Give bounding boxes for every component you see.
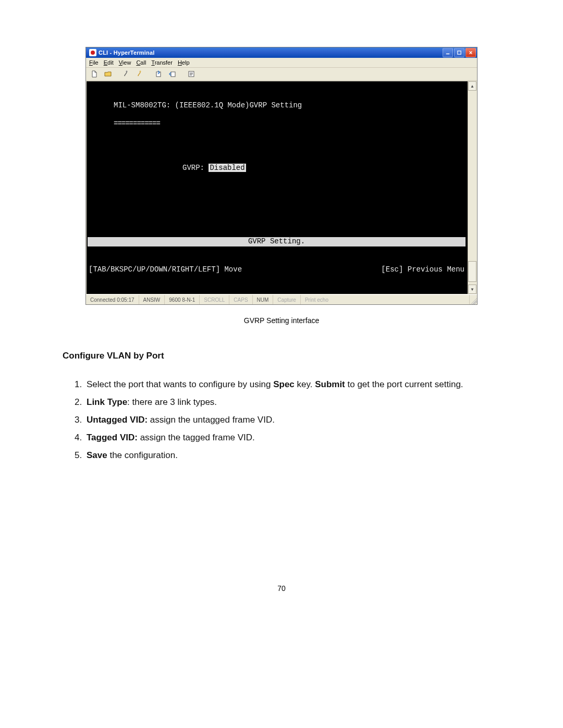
status-caps: CAPS <box>229 295 252 304</box>
disconnect-icon[interactable] <box>135 69 145 79</box>
gvrp-label: GVRP: <box>182 164 209 172</box>
document-page: CLI - HyperTerminal File Edit View Call … <box>0 0 563 613</box>
page-number: 70 <box>63 584 500 593</box>
status-num: NUM <box>253 295 274 304</box>
menu-help[interactable]: Help <box>178 59 190 66</box>
figure-caption: GVRP Setting interface <box>63 316 500 325</box>
section-heading: Configure VLAN by Port <box>63 351 500 361</box>
status-scroll: SCROLL <box>200 295 229 304</box>
help-right: [Esc] Previous Menu <box>381 265 464 275</box>
app-icon <box>89 49 96 56</box>
send-icon[interactable] <box>154 69 164 79</box>
svg-rect-6 <box>171 72 175 77</box>
menu-view[interactable]: View <box>119 59 131 66</box>
help-left: [TAB/BKSPC/UP/DOWN/RIGHT/LEFT] Move <box>89 265 242 275</box>
maximize-button[interactable] <box>454 48 464 57</box>
menu-transfer[interactable]: Transfer <box>151 59 173 66</box>
open-icon[interactable] <box>103 69 113 79</box>
terminal-title-bar: GVRP Setting. <box>88 237 466 246</box>
step-1: Select the port that wants to configure … <box>84 376 500 393</box>
terminal-help-line: [TAB/BKSPC/UP/DOWN/RIGHT/LEFT] Move [Esc… <box>87 265 468 276</box>
menu-edit[interactable]: Edit <box>104 59 114 66</box>
scroll-up-button[interactable]: ▲ <box>468 81 476 91</box>
status-connected: Connected 0:05:17 <box>86 295 139 304</box>
terminal-underline: ============ <box>114 119 462 129</box>
svg-rect-1 <box>446 54 449 55</box>
svg-point-3 <box>126 71 128 72</box>
menu-call[interactable]: Call <box>136 59 146 66</box>
svg-point-4 <box>140 71 141 72</box>
close-button[interactable] <box>466 48 476 57</box>
status-capture: Capture <box>273 295 301 304</box>
scroll-down-button[interactable]: ▼ <box>468 285 476 294</box>
step-2: Link Type: there are 3 link types. <box>84 393 500 411</box>
statusbar: Connected 0:05:17 ANSIW 9600 8-N-1 SCROL… <box>86 294 477 304</box>
svg-rect-5 <box>156 72 161 77</box>
step-4: Tagged VID: assign the tagged frame VID. <box>84 429 500 447</box>
vertical-scrollbar[interactable]: ▲ ▼ <box>468 81 476 294</box>
scroll-thumb[interactable] <box>468 261 476 281</box>
gvrp-field-row: GVRP: Disabled <box>182 164 462 173</box>
connect-icon[interactable] <box>121 69 132 79</box>
toolbar <box>86 68 477 81</box>
new-icon[interactable] <box>89 69 100 79</box>
step-5: Save the configuration. <box>84 447 500 464</box>
status-emulation: ANSIW <box>139 295 165 304</box>
step-3: Untagged VID: assign the untagged frame … <box>84 411 500 429</box>
window-title: CLI - HyperTerminal <box>99 50 443 56</box>
properties-icon[interactable] <box>186 69 197 79</box>
terminal-area-wrap: MIL-SM8002TG: (IEEE802.1Q Mode)GVRP Sett… <box>86 81 477 294</box>
status-port: 9600 8-N-1 <box>165 295 200 304</box>
svg-point-0 <box>91 51 95 55</box>
steps-list: Select the port that wants to configure … <box>63 376 500 464</box>
menubar: File Edit View Call Transfer Help <box>86 58 477 68</box>
gvrp-value[interactable]: Disabled <box>209 164 246 172</box>
terminal-header: MIL-SM8002TG: (IEEE802.1Q Mode)GVRP Sett… <box>114 101 462 110</box>
scroll-track[interactable] <box>468 91 476 285</box>
resize-grip-icon[interactable] <box>470 295 477 304</box>
status-printecho: Print echo <box>301 295 470 304</box>
hyperterminal-window: CLI - HyperTerminal File Edit View Call … <box>85 47 478 305</box>
minimize-button[interactable] <box>443 48 453 57</box>
svg-rect-2 <box>458 51 461 54</box>
receive-icon[interactable] <box>167 69 178 79</box>
terminal-pane[interactable]: MIL-SM8002TG: (IEEE802.1Q Mode)GVRP Sett… <box>87 81 468 294</box>
titlebar: CLI - HyperTerminal <box>86 47 477 58</box>
menu-file[interactable]: File <box>89 59 99 66</box>
